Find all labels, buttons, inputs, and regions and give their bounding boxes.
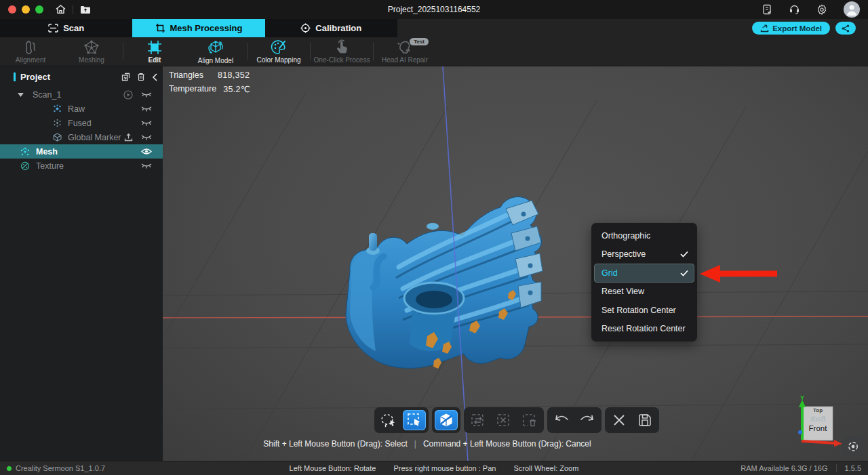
hint-zoom: Scroll Wheel: Zoom <box>513 464 578 472</box>
triangles-value: 818,352 <box>218 70 250 80</box>
gizmo-top-label: Top <box>813 407 823 413</box>
toolbar-meshing-button[interactable]: Meshing <box>61 37 122 66</box>
support-headset-icon[interactable] <box>789 4 800 15</box>
app-version: 1.5.5 <box>836 464 861 472</box>
selection-hint: Shift + Left Mouse Button (Drag): Select… <box>163 439 692 449</box>
model-stats: Triangles 818,352 Temperature 35.2℃ <box>169 70 250 98</box>
ram-available: RAM Available 6.3G / 16G <box>741 464 827 472</box>
edit-icon <box>147 40 162 55</box>
eye-open-icon[interactable] <box>141 148 152 155</box>
tree-row-texture[interactable]: Texture <box>0 159 163 173</box>
tree-row-scan1[interactable]: Scan_1 <box>0 87 163 102</box>
meshing-icon <box>83 40 100 55</box>
scan-model-mesh <box>346 197 542 369</box>
global-marker-icon <box>53 133 62 142</box>
menu-item-perspective[interactable]: Perspective <box>594 245 694 264</box>
tab-calibration[interactable]: Calibration <box>265 19 397 37</box>
select-through-button[interactable] <box>435 410 458 430</box>
orientation-gizmo[interactable]: Top Back Front Y X <box>785 394 850 449</box>
delete-project-icon[interactable] <box>137 73 145 81</box>
mesh-processing-icon <box>155 23 165 33</box>
triangles-label: Triangles <box>169 70 211 80</box>
lasso-select-button[interactable] <box>377 410 400 430</box>
eye-closed-icon[interactable] <box>141 91 152 98</box>
project-list-icon[interactable] <box>762 4 772 15</box>
minimize-window-button[interactable] <box>22 5 30 14</box>
toolbar-align-model-button[interactable]: Align Model <box>185 37 246 66</box>
mode-tab-bar: Scan Mesh Processing Calibration Export … <box>0 19 868 37</box>
eye-closed-icon[interactable] <box>141 163 152 169</box>
undo-button[interactable] <box>550 410 573 430</box>
tree-row-global-marker[interactable]: Global Marker <box>0 130 163 144</box>
status-bar: Creality Sermoon S1_1.0.7 Left Mouse But… <box>0 461 868 475</box>
scan-icon <box>48 24 58 33</box>
check-icon <box>680 270 688 276</box>
title-bar: Project_20251031164552 <box>0 0 868 19</box>
delete-selected-button[interactable] <box>518 410 541 430</box>
menu-item-reset-rotation-center[interactable]: Reset Rotation Center <box>594 320 694 339</box>
tab-scan[interactable]: Scan <box>0 19 132 37</box>
one-click-process-icon <box>334 39 349 55</box>
tab-mesh-processing[interactable]: Mesh Processing <box>132 19 264 37</box>
rotation-center-button[interactable] <box>842 436 863 457</box>
share-button[interactable] <box>835 22 856 35</box>
fused-data-icon <box>53 119 62 127</box>
save-button[interactable] <box>633 410 656 430</box>
sidebar-title: Project <box>20 72 121 82</box>
toolbar-head-ai-repair-button[interactable]: Test AI Head AI Repair <box>374 37 435 66</box>
import-project-icon[interactable] <box>121 73 130 81</box>
processing-toolbar: Alignment Meshing Edit Align Model Color… <box>0 37 868 66</box>
close-window-button[interactable] <box>8 5 16 14</box>
upload-icon[interactable] <box>124 133 133 142</box>
device-status-dot <box>7 466 12 471</box>
invert-selection-button[interactable] <box>467 410 490 430</box>
align-model-icon <box>207 39 224 56</box>
mesh-icon <box>20 147 30 157</box>
tree-row-raw[interactable]: Raw <box>0 102 163 116</box>
expander-caret-icon[interactable] <box>18 93 24 97</box>
menu-item-grid[interactable]: Grid <box>594 264 694 283</box>
tree-row-fused[interactable]: Fused <box>0 116 163 130</box>
deselect-button[interactable] <box>492 410 515 430</box>
toolbar-divider <box>310 43 311 60</box>
toolbar-divider <box>247 43 248 60</box>
zoom-window-button[interactable] <box>35 5 43 14</box>
open-folder-icon[interactable] <box>80 5 91 14</box>
toolbar-alignment-button[interactable]: Alignment <box>0 37 61 66</box>
settings-gear-icon[interactable] <box>816 4 827 15</box>
test-badge: Test <box>410 38 429 45</box>
alignment-icon <box>22 40 39 55</box>
view-context-menu: Orthographic Perspective Grid Reset View… <box>591 223 697 342</box>
tree-row-mesh[interactable]: Mesh <box>0 144 163 159</box>
temperature-value: 35.2℃ <box>223 84 250 94</box>
color-mapping-icon <box>271 39 288 55</box>
toolbar-one-click-process-button[interactable]: One-Click Process <box>311 37 372 66</box>
play-icon[interactable] <box>123 90 133 100</box>
toolbar-color-mapping-button[interactable]: Color Mapping <box>248 37 309 66</box>
gizmo-y-label: Y <box>800 394 804 401</box>
home-icon[interactable] <box>56 5 66 14</box>
texture-icon <box>20 161 30 171</box>
eye-closed-icon[interactable] <box>141 134 152 141</box>
gizmo-back-label: Back <box>810 415 825 423</box>
menu-item-reset-view[interactable]: Reset View <box>594 283 694 302</box>
eye-closed-icon[interactable] <box>141 106 152 112</box>
redo-button[interactable] <box>576 410 599 430</box>
export-icon <box>760 24 769 33</box>
share-icon <box>842 24 850 33</box>
hint-pan: Press right mouse button : Pan <box>393 464 496 472</box>
rectangle-select-button[interactable] <box>403 410 426 430</box>
menu-item-orthographic[interactable]: Orthographic <box>594 226 694 245</box>
project-sidebar: Project Scan_1 <box>0 66 163 461</box>
user-avatar[interactable] <box>844 1 860 18</box>
hint-rotate: Left Mouse Button: Rotate <box>290 464 376 472</box>
gizmo-front-label: Front <box>809 424 828 432</box>
calibration-icon <box>300 23 311 33</box>
export-model-button[interactable]: Export Model <box>752 22 830 35</box>
menu-item-set-rotation-center[interactable]: Set Rotation Center <box>594 301 694 320</box>
collapse-sidebar-icon[interactable] <box>152 73 157 81</box>
3d-viewport[interactable]: Triangles 818,352 Temperature 35.2℃ Orth… <box>163 66 868 461</box>
toolbar-edit-button[interactable]: Edit <box>124 37 185 66</box>
cancel-edit-button[interactable] <box>608 410 631 430</box>
eye-closed-icon[interactable] <box>141 120 152 127</box>
